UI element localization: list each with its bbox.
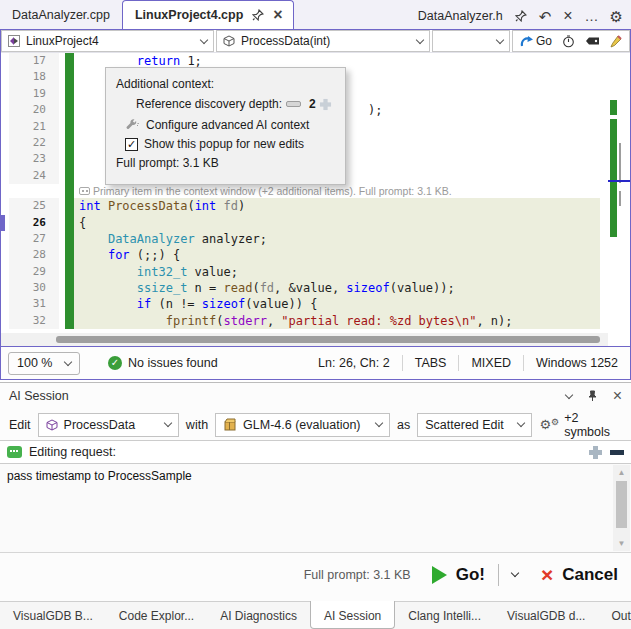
issues-message: No issues found — [128, 356, 218, 370]
line-number: 26 — [9, 215, 59, 231]
line-number: 32 — [9, 313, 59, 329]
horizontal-scrollbar[interactable] — [1, 333, 608, 346]
editor-navigation-bar: LinuxProject4 ProcessData(int) Go — [1, 30, 630, 53]
scrollbar-thumb[interactable] — [56, 336, 600, 343]
scroll-up-icon[interactable]: ▲ — [613, 468, 630, 477]
code-line-25: 25int ProcessData(int fd) — [1, 198, 630, 214]
close-icon[interactable]: × — [563, 8, 572, 24]
active-line-marker — [1, 247, 5, 263]
code-text: int32_t value; — [74, 264, 600, 280]
code-editor[interactable]: 17 return 1;181920 );21222324Primary ite… — [1, 53, 630, 346]
scrollbar-thumb[interactable] — [616, 481, 627, 528]
tag-icon[interactable] — [581, 35, 604, 47]
pin-icon[interactable] — [252, 9, 264, 21]
change-bar — [65, 215, 74, 231]
pin-icon[interactable] — [587, 390, 598, 402]
go-button[interactable]: Go! — [432, 565, 485, 585]
panel-header-icons: × — [566, 388, 622, 404]
check-circle-icon: ✓ — [108, 356, 122, 370]
request-scrollbar[interactable]: ▲ ▼ — [613, 465, 630, 551]
change-mark — [610, 100, 617, 115]
chevron-down-icon[interactable] — [564, 390, 572, 398]
tab-linuxproject4-cpp[interactable]: LinuxProject4.cpp × — [122, 0, 294, 29]
symbol-dropdown[interactable]: ProcessData(int) — [216, 30, 430, 52]
remove-request-button[interactable] — [610, 450, 624, 455]
bottom-tab-visualgdb-b[interactable]: VisualGDB B... — [0, 602, 106, 629]
gear-icon[interactable]: ⚙ — [610, 9, 623, 24]
tab-dataanalyzer-cpp[interactable]: DataAnalyzer.cpp — [0, 2, 122, 29]
line-number: 31 — [9, 296, 59, 312]
popup-full-prompt: Full prompt: 3.1 KB — [116, 156, 335, 170]
context-window-icon — [79, 187, 90, 195]
undo-icon[interactable]: ↶ — [539, 9, 552, 24]
increase-depth-button[interactable] — [320, 98, 331, 109]
line-endings[interactable]: MIXED — [459, 356, 523, 370]
panel-toolbar: Edit ProcessData with GLM-4.6 (evaluatio… — [0, 409, 631, 440]
pin-icon[interactable] — [515, 10, 527, 22]
bottom-tab-ai-session[interactable]: AI Session — [310, 601, 395, 629]
configure-ai-context-link[interactable]: Configure advanced AI context — [146, 118, 309, 132]
show-popup-checkbox[interactable]: ✓ — [125, 138, 138, 151]
change-bar — [65, 151, 74, 167]
line-number: 17 — [9, 53, 59, 69]
depth-value: 2 — [309, 97, 316, 111]
change-bar — [65, 102, 74, 118]
add-request-button[interactable] — [589, 446, 602, 459]
line-number: 28 — [9, 247, 59, 263]
line-number: 22 — [9, 135, 59, 151]
context-note-row: Primary item in the context window (+2 a… — [1, 184, 630, 198]
extra-symbols-button[interactable]: ⚙⚙ +2 symbols — [539, 411, 622, 439]
change-bar — [65, 86, 74, 102]
line-number: 27 — [9, 231, 59, 247]
as-label: as — [397, 418, 410, 432]
caret-position[interactable]: Ln: 26, Ch: 2 — [306, 356, 402, 370]
bottom-tab-ai-diagnostics[interactable]: AI Diagnostics — [207, 602, 310, 629]
decrease-depth-button[interactable] — [286, 101, 301, 107]
project-dropdown[interactable]: LinuxProject4 — [1, 30, 214, 52]
change-bar — [65, 231, 74, 247]
change-bar — [65, 313, 74, 329]
model-select[interactable]: GLM-4.6 (evaluation) — [215, 413, 390, 437]
zoom-dropdown[interactable]: 100 % — [8, 352, 80, 375]
request-input[interactable]: pass timestamp to ProcessSample ▲ ▼ — [0, 464, 631, 553]
request-label: Editing request: — [29, 445, 116, 459]
vertical-scrollbar[interactable] — [608, 53, 630, 333]
line-number: 21 — [9, 119, 59, 135]
change-bar — [65, 280, 74, 296]
tab-dataanalyzer-h[interactable]: DataAnalyzer.h — [418, 9, 503, 23]
edit-label: Edit — [9, 418, 31, 432]
encoding[interactable]: Windows 1252 — [524, 356, 630, 370]
go-options-dropdown[interactable] — [511, 569, 519, 577]
issues-status[interactable]: ✓ No issues found — [108, 356, 218, 370]
stopwatch-icon[interactable] — [558, 34, 579, 49]
cube-icon — [223, 35, 235, 47]
pencil-icon[interactable] — [606, 34, 626, 49]
ellipsis-icon[interactable]: … — [585, 9, 598, 23]
change-bar — [65, 247, 74, 263]
go-button[interactable]: Go — [516, 33, 556, 49]
scroll-down-icon[interactable]: ▼ — [613, 539, 630, 548]
cancel-button[interactable]: × Cancel — [541, 564, 618, 585]
active-line-marker — [1, 264, 5, 280]
close-icon[interactable]: × — [273, 7, 282, 23]
bottom-tab-output[interactable]: Output — [598, 602, 631, 629]
bottom-tab-clang-intelli[interactable]: Clang Intelli... — [395, 602, 494, 629]
popup-title: Additional context: — [116, 77, 335, 91]
active-line-marker — [1, 69, 5, 85]
code-text: fprintf(stderr, "partial read: %zd bytes… — [74, 313, 600, 329]
scrollbar-thumb[interactable] — [619, 191, 621, 206]
indent-mode[interactable]: TABS — [403, 356, 459, 370]
ai-session-panel: AI Session × Edit ProcessData with GLM-4… — [0, 382, 631, 629]
mode-value: Scattered Edit — [425, 418, 512, 432]
close-icon[interactable]: × — [613, 388, 622, 404]
package-icon — [223, 418, 237, 431]
bottom-tab-code-explor[interactable]: Code Explor... — [106, 602, 207, 629]
mode-select[interactable]: Scattered Edit — [417, 413, 532, 437]
line-number: 29 — [9, 264, 59, 280]
search-dropdown[interactable] — [432, 30, 510, 52]
bottom-tab-visualgdb-d[interactable]: VisualGDB d... — [494, 602, 598, 629]
scrollbar-thumb[interactable] — [619, 143, 621, 183]
with-label: with — [186, 418, 208, 432]
active-line-marker — [1, 86, 5, 102]
symbol-select[interactable]: ProcessData — [38, 413, 179, 437]
